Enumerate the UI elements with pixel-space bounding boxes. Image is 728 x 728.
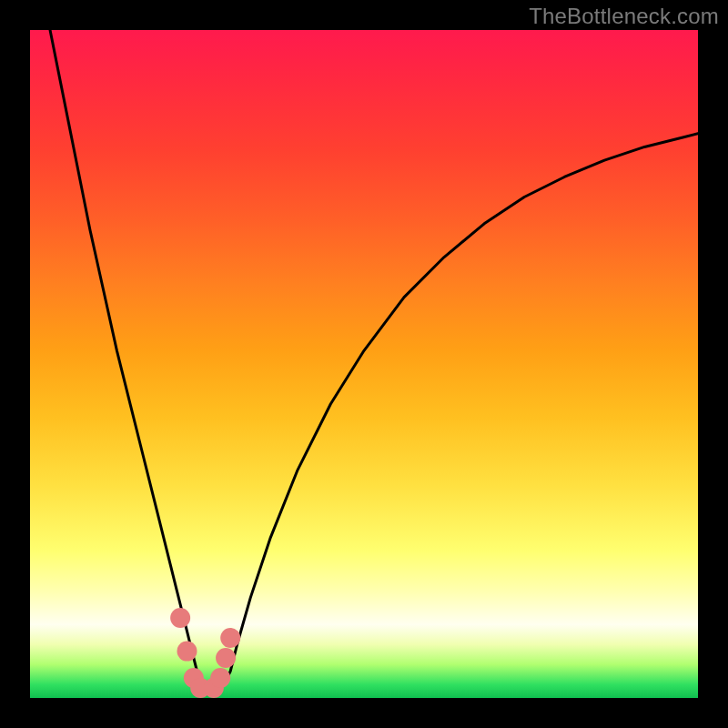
- highlight-point: [210, 668, 230, 688]
- watermark-text: TheBottleneck.com: [529, 4, 719, 29]
- highlight-point: [216, 648, 236, 668]
- highlight-point: [177, 642, 197, 662]
- highlight-point: [220, 628, 240, 648]
- plot-area: [30, 30, 698, 698]
- highlight-point: [170, 608, 190, 628]
- chart-svg: [30, 30, 698, 698]
- chart-frame: TheBottleneck.com: [0, 0, 728, 728]
- highlight-markers: [170, 608, 240, 698]
- bottleneck-curve: [50, 30, 698, 692]
